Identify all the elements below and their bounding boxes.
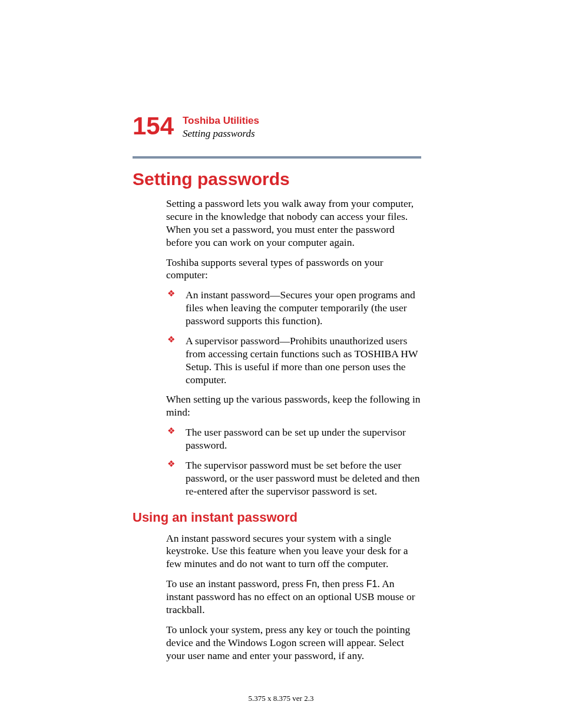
keycap-f1: F1	[366, 579, 378, 589]
setup-note-paragraph: When setting up the various passwords, k…	[166, 393, 421, 419]
list-item-text: The supervisor password must be set befo…	[186, 459, 420, 497]
subsection-heading: Using an instant password	[133, 510, 421, 525]
body-text-block: Setting a password lets you walk away fr…	[166, 197, 421, 498]
content-area: Setting passwords Setting a password let…	[133, 156, 421, 662]
setup-rules-list: ❖ The user password can be set up under …	[166, 426, 421, 498]
document-page: 154 Toshiba Utilities Setting passwords …	[0, 0, 562, 728]
footer-text: 5.375 x 8.375 ver 2.3	[249, 694, 314, 703]
body-text-block: An instant password secures your system …	[166, 532, 421, 663]
list-item: ❖ A supervisor password—Prohibits unauth…	[166, 335, 421, 387]
keycap-fn: Fn	[306, 579, 317, 589]
horizontal-rule	[133, 156, 421, 159]
instant-paragraph-3: To unlock your system, press any key or …	[166, 624, 421, 663]
list-item-text: An instant password—Secures your open pr…	[186, 289, 415, 327]
list-item: ❖ The supervisor password must be set be…	[166, 459, 421, 498]
instant-paragraph-2: To use an instant password, press Fn, th…	[166, 578, 421, 617]
breadcrumb-section: Setting passwords	[183, 128, 421, 140]
list-item-text: The user password can be set up under th…	[186, 426, 406, 451]
list-item: ❖ The user password can be set up under …	[166, 426, 421, 452]
text-fragment: To use an instant password, press	[166, 578, 306, 589]
diamond-bullet-icon: ❖	[167, 289, 175, 298]
intro-paragraph-2: Toshiba supports several types of passwo…	[166, 256, 421, 282]
page-number: 154	[133, 114, 174, 139]
section-heading: Setting passwords	[133, 169, 421, 189]
header-text-block: Toshiba Utilities Setting passwords	[183, 115, 421, 140]
diamond-bullet-icon: ❖	[167, 335, 175, 344]
list-item-text: A supervisor password—Prohibits unauthor…	[186, 335, 418, 386]
text-fragment: , then press	[317, 578, 366, 589]
password-types-list: ❖ An instant password—Secures your open …	[166, 289, 421, 386]
instant-paragraph-1: An instant password secures your system …	[166, 532, 421, 571]
list-item: ❖ An instant password—Secures your open …	[166, 289, 421, 328]
chapter-title: Toshiba Utilities	[183, 115, 421, 127]
intro-paragraph-1: Setting a password lets you walk away fr…	[166, 197, 421, 249]
page-footer: 5.375 x 8.375 ver 2.3	[0, 694, 562, 703]
page-header: 154 Toshiba Utilities Setting passwords	[133, 115, 421, 140]
diamond-bullet-icon: ❖	[167, 427, 175, 436]
diamond-bullet-icon: ❖	[167, 460, 175, 469]
